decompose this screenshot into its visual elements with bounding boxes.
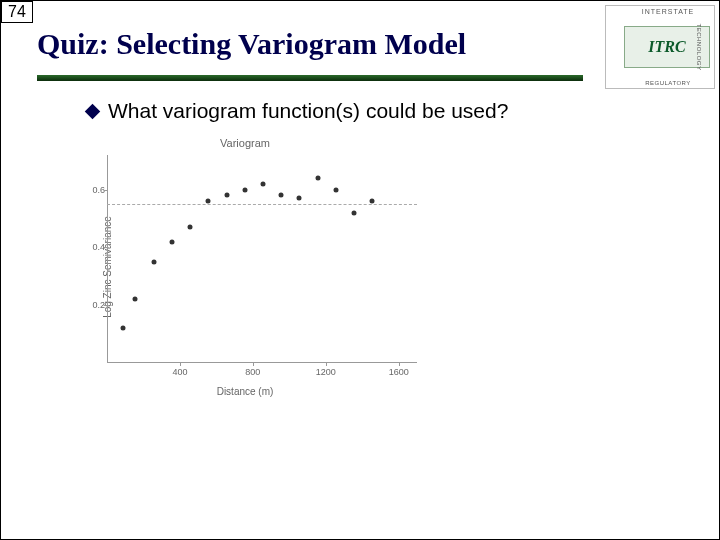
x-tick-label: 1600 — [389, 367, 409, 377]
data-point — [297, 196, 302, 201]
logo-right-text: TECHNOLOGY — [695, 23, 701, 70]
x-tick-mark — [180, 363, 181, 366]
x-tick-label: 1200 — [316, 367, 336, 377]
chart-xlabel: Distance (m) — [217, 386, 274, 397]
data-point — [169, 239, 174, 244]
logo-top-text: INTERSTATE — [624, 8, 712, 15]
data-point — [224, 193, 229, 198]
logo-bottom-text: REGULATORY — [624, 80, 712, 86]
title-underline — [37, 75, 583, 81]
x-tick-label: 400 — [172, 367, 187, 377]
data-point — [279, 193, 284, 198]
x-tick-mark — [326, 363, 327, 366]
x-tick-mark — [253, 363, 254, 366]
bullet-row: What variogram function(s) could be used… — [87, 99, 508, 123]
data-point — [242, 187, 247, 192]
bullet-diamond-icon — [85, 103, 101, 119]
y-tick-mark — [104, 305, 107, 306]
variogram-chart: Variogram Log Zinc Semivariance Distance… — [55, 137, 435, 397]
data-point — [261, 181, 266, 186]
y-tick-mark — [104, 190, 107, 191]
x-tick-mark — [399, 363, 400, 366]
itrc-logo: INTERSTATE COUNCIL ITRC TECHNOLOGY REGUL… — [605, 5, 715, 89]
data-point — [188, 225, 193, 230]
data-point — [352, 210, 357, 215]
y-tick-mark — [104, 247, 107, 248]
data-point — [151, 259, 156, 264]
data-point — [206, 199, 211, 204]
data-point — [333, 187, 338, 192]
bullet-text: What variogram function(s) could be used… — [108, 99, 508, 123]
data-point — [315, 176, 320, 181]
data-point — [133, 297, 138, 302]
sill-line — [107, 204, 417, 205]
page-number: 74 — [1, 1, 33, 23]
x-tick-label: 800 — [245, 367, 260, 377]
data-point — [120, 326, 125, 331]
data-point — [370, 199, 375, 204]
chart-title: Variogram — [220, 137, 270, 149]
slide-title: Quiz: Selecting Variogram Model — [37, 27, 466, 61]
chart-plot-area — [107, 155, 417, 363]
